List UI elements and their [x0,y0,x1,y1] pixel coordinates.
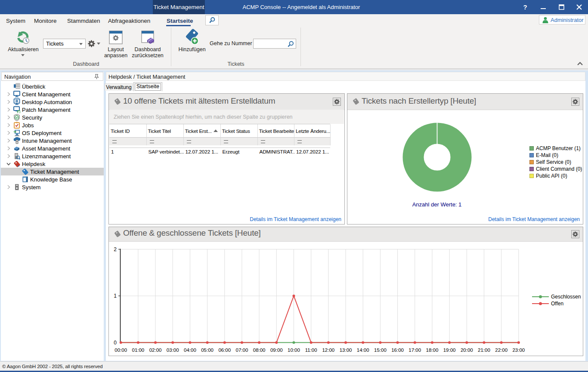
svg-text:1: 1 [114,293,117,299]
svg-text:13:00: 13:00 [340,347,352,353]
svg-text:08:00: 08:00 [253,347,266,353]
svg-text:Geschlossen: Geschlossen [551,294,581,300]
svg-text:05:00: 05:00 [201,347,214,353]
svg-text:01:00: 01:00 [132,347,144,353]
svg-text:10:00: 10:00 [288,347,300,353]
svg-text:0: 0 [114,340,117,346]
svg-text:18:00: 18:00 [426,347,439,353]
svg-text:20:00: 20:00 [461,347,473,353]
svg-text:11:00: 11:00 [305,347,317,353]
svg-text:Offen: Offen [551,301,563,307]
svg-text:04:00: 04:00 [184,347,196,353]
svg-text:02:00: 02:00 [149,347,162,353]
svg-text:09:00: 09:00 [270,347,283,353]
svg-text:22:00: 22:00 [495,347,508,353]
svg-text:21:00: 21:00 [478,347,490,353]
svg-text:19:00: 19:00 [443,347,456,353]
svg-text:06:00: 06:00 [218,347,231,353]
svg-text:23:00: 23:00 [512,347,525,353]
svg-text:2: 2 [114,246,117,252]
svg-text:12:00: 12:00 [322,347,334,353]
svg-text:17:00: 17:00 [409,347,421,353]
svg-text:16:00: 16:00 [391,347,404,353]
svg-text:03:00: 03:00 [167,347,179,353]
svg-text:07:00: 07:00 [236,347,248,353]
svg-text:15:00: 15:00 [374,347,387,353]
svg-text:00:00: 00:00 [115,347,127,353]
svg-text:14:00: 14:00 [357,347,369,353]
